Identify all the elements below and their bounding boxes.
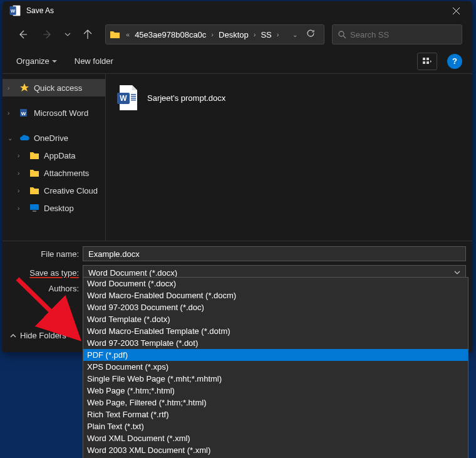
sidebar-item-quick-access[interactable]: › Quick access [3, 79, 105, 96]
chevron-right-icon[interactable]: › [8, 85, 15, 91]
dropdown-option[interactable]: Plain Text (*.txt) [83, 420, 468, 432]
dropdown-option[interactable]: Word Template (*.dotx) [83, 313, 468, 325]
dropdown-option[interactable]: Rich Text Format (*.rtf) [83, 409, 468, 420]
dropdown-option[interactable]: Word Macro-Enabled Document (*.docm) [83, 289, 468, 301]
sidebar-item-label: Creative Cloud [44, 186, 98, 195]
view-icon [422, 57, 432, 66]
chevron-down-icon [454, 269, 460, 276]
path-segment[interactable]: 45e3ae978b08ca0c [132, 29, 209, 41]
svg-rect-8 [427, 61, 429, 64]
file-name-label: Sarjeet's prompt.docx [147, 93, 225, 103]
chevron-up-icon [10, 333, 16, 339]
svg-rect-18 [131, 100, 136, 101]
chevron-down-icon [52, 59, 57, 64]
forward-button[interactable] [38, 24, 58, 44]
file-list[interactable]: W Sarjeet's prompt.docx [106, 74, 472, 241]
save-as-type-label: Save as type: [3, 268, 83, 278]
help-button[interactable]: ? [447, 54, 462, 69]
arrow-right-icon [43, 29, 53, 39]
chevron-right-icon[interactable]: › [18, 205, 25, 212]
chevron-right-icon: › [211, 31, 214, 38]
svg-rect-17 [131, 98, 136, 99]
path-segment[interactable]: Desktop [216, 29, 251, 41]
file-item[interactable]: W Sarjeet's prompt.docx [113, 81, 228, 114]
star-icon [19, 83, 29, 93]
file-name-label: File name: [3, 249, 83, 259]
chevron-right-icon[interactable]: › [8, 110, 15, 117]
sidebar-item-label: OneDrive [34, 133, 68, 143]
cloud-icon [19, 134, 29, 142]
dropdown-option[interactable]: Word XML Document (*.xml) [83, 432, 468, 444]
help-icon: ? [452, 56, 457, 66]
svg-rect-16 [131, 96, 136, 97]
new-folder-button[interactable]: New folder [71, 54, 117, 68]
sidebar-item-desktop[interactable]: › Desktop [3, 199, 105, 217]
dropdown-option[interactable]: Web Page, Filtered (*.htm;*.html) [83, 397, 468, 409]
dropdown-option[interactable]: Word 97-2003 Document (*.doc) [83, 301, 468, 313]
sidebar-item-label: Desktop [44, 204, 74, 213]
sidebar-item-appdata[interactable]: › AppData [3, 147, 105, 164]
dropdown-option[interactable]: Word Document (*.docx) [83, 278, 468, 289]
close-icon [453, 8, 460, 14]
svg-rect-11 [30, 204, 39, 210]
chevron-down-icon[interactable]: ⌄ [8, 135, 15, 142]
svg-rect-5 [423, 58, 425, 60]
folder-icon [29, 186, 39, 195]
svg-text:W: W [21, 111, 26, 117]
chevron-right-icon[interactable]: › [18, 170, 25, 177]
search-input[interactable] [350, 30, 457, 39]
title-bar: W Save As [3, 1, 472, 20]
chevron-right-icon[interactable]: › [18, 152, 25, 159]
close-button[interactable] [442, 1, 470, 20]
save-as-type-dropdown[interactable]: Word Document (*.docx)Word Macro-Enabled… [83, 277, 468, 458]
svg-text:W: W [120, 94, 127, 103]
svg-rect-15 [131, 94, 136, 95]
save-as-type-value: Word Document (*.docx) [88, 268, 177, 278]
path-segment[interactable]: SS [258, 29, 274, 41]
up-button[interactable] [78, 24, 98, 44]
dropdown-option[interactable]: Word Macro-Enabled Template (*.dotm) [83, 325, 468, 337]
dropdown-option[interactable]: XPS Document (*.xps) [83, 361, 468, 373]
folder-icon [29, 151, 39, 160]
toolbar: Organize New folder ? [3, 49, 472, 74]
path-history-dropdown[interactable]: ⌄ [289, 31, 301, 38]
dialog-title: Save As [26, 6, 442, 15]
organize-button[interactable]: Organize [13, 54, 61, 68]
folder-icon [110, 29, 121, 39]
sidebar-item-creative-cloud[interactable]: › Creative Cloud [3, 182, 105, 199]
chevron-right-icon[interactable]: › [18, 187, 25, 194]
navigation-sidebar: › Quick access › W Microsoft Word ⌄ OneD… [3, 74, 105, 241]
search-icon [338, 30, 346, 39]
back-button[interactable] [13, 24, 33, 44]
sidebar-item-attachments[interactable]: › Attachments [3, 164, 105, 182]
chevron-right-icon: › [254, 31, 256, 38]
file-name-input[interactable] [83, 246, 466, 261]
content-area: › Quick access › W Microsoft Word ⌄ OneD… [3, 74, 472, 241]
dropdown-option[interactable]: Web Page (*.htm;*.html) [83, 385, 468, 397]
sidebar-item-label: Attachments [44, 169, 89, 178]
refresh-icon [306, 29, 315, 38]
svg-rect-7 [423, 61, 425, 64]
search-box[interactable] [332, 24, 462, 44]
path-prefix: « [126, 31, 130, 38]
view-options-button[interactable] [417, 53, 437, 70]
chevron-down-icon [65, 31, 71, 38]
refresh-button[interactable] [301, 29, 320, 40]
hide-folders-button[interactable]: Hide Folders [10, 331, 66, 340]
dropdown-option[interactable]: Single File Web Page (*.mht;*.mhtml) [83, 373, 468, 385]
svg-text:W: W [11, 8, 16, 14]
sidebar-item-onedrive[interactable]: ⌄ OneDrive [3, 129, 105, 147]
sidebar-item-label: Microsoft Word [34, 108, 88, 118]
sidebar-item-label: AppData [44, 151, 76, 160]
dropdown-option[interactable]: Word 2003 XML Document (*.xml) [83, 444, 468, 456]
chevron-right-icon: › [277, 31, 279, 38]
docx-file-icon: W [116, 84, 141, 112]
address-bar[interactable]: « 45e3ae978b08ca0c › Desktop › SS › ⌄ [105, 24, 324, 44]
dropdown-option[interactable]: Word 97-2003 Template (*.dot) [83, 337, 468, 349]
dropdown-option[interactable]: PDF (*.pdf) [83, 349, 468, 361]
arrow-left-icon [18, 29, 28, 39]
word-icon: W [19, 108, 29, 118]
sidebar-item-microsoft-word[interactable]: › W Microsoft Word [3, 104, 105, 122]
recent-dropdown-button[interactable] [63, 24, 73, 44]
hide-folders-label: Hide Folders [20, 331, 66, 340]
